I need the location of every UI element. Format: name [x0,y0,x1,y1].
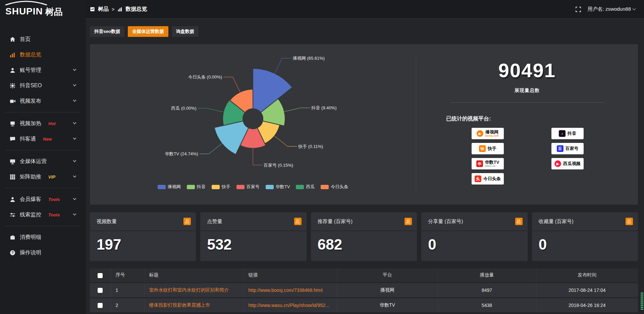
select-all-checkbox[interactable] [98,273,103,278]
row-checkbox[interactable] [98,288,103,293]
platform-grid: ▶播视网boosj.com快快手华华数TVwasu.cn头今日头条♪抖音百百家号… [472,128,638,185]
logo-text-en: SHUPIN [5,7,43,16]
sidebar-item-douyin-seo[interactable]: 抖音SEO [0,78,86,93]
sidebar-item-label: 矩阵助推 [20,173,41,180]
sidebar-item-douketong[interactable]: 抖客通New [0,131,86,147]
stat-card-4: 收藏量 (百家号)总0 [532,212,638,261]
toutiao-logo-icon: 头 [475,175,481,182]
user-icon [9,67,15,73]
platform-name: 快手 [488,146,496,151]
legend-item-6[interactable]: 今日头条 [321,184,348,190]
sidebar-item-member-baoke[interactable]: 会员爆客Tools [0,192,86,207]
sidebar-divider [5,188,80,188]
legend-item-1[interactable]: 抖音 [187,184,206,190]
column-header: 序号 [111,268,144,282]
sidebar-item-data-overview[interactable]: 数据总览 [0,47,86,62]
username-label: 用户名: zswodun88 [588,6,631,12]
sidebar-item-expense-detail[interactable]: 消费明细 [0,229,86,245]
logo-arc [4,1,48,5]
monitor-icon [9,158,15,164]
scrollbar-thumb[interactable] [641,293,643,310]
breadcrumb-root[interactable]: 树品 [98,6,109,13]
platform-text: 百家号 [566,146,579,151]
legend-item-4[interactable]: 华数TV [266,184,290,190]
sidebar-item-clue-monitor[interactable]: 线索监控Tools [0,207,86,222]
video-title-link[interactable]: 室外水纹灯和室内水纹灯的区别和简介 [149,287,229,293]
pie-label-4: 华数TV (24.74%) [165,151,198,156]
platform-badge-kuaishou: 快快手 [472,143,504,154]
legend-item-3[interactable]: 百家号 [236,184,260,190]
stat-card-1: 点赞量总532 [200,212,306,261]
sidebar-item-matrix-boost[interactable]: 矩阵助推VIP [0,169,86,185]
stat-card-value: 0 [532,231,638,253]
stat-card-value: 532 [200,231,306,253]
stat-card-value: 682 [311,231,417,253]
legend-label: 抖音 [197,184,206,190]
fullscreen-icon[interactable] [576,7,581,12]
help-icon: ? [9,250,15,256]
sidebar-item-account[interactable]: 账号管理 [0,62,86,78]
platform-badge-wasu: 华华数TVwasu.cn [472,158,504,169]
legend-label: 快手 [222,184,230,190]
topbar: 树品 > 数据总览 用户名: zswodun88 [86,0,644,19]
breadcrumb-current[interactable]: 数据总览 [125,6,147,13]
total-badge: 总 [515,218,523,225]
total-badge: 总 [405,218,412,225]
sidebar-item-label: 账号管理 [20,67,41,74]
sidebar-item-label: 抖音SEO [20,82,42,89]
chevron-down-icon [73,121,76,124]
sidebar-item-label: 全媒体运营 [20,158,47,165]
stat-card-label: 分享量 (百家号) [428,218,463,225]
chevron-down-icon [73,197,76,200]
svg-text:?: ? [11,251,13,255]
pie-label-3: 百家号 (0.15%) [264,163,293,168]
row-plays-cell: 8497 [438,282,536,298]
total-badge: 总 [183,218,191,225]
wallet-icon [9,234,15,240]
video-url-link[interactable]: http://www.boosj.com/7338468.html [249,287,323,293]
sidebar-item-video-heat[interactable]: 视频加热Hot [0,116,86,131]
video-url-link[interactable]: http://www.wasu.cn/Play/show/id/952... [249,303,329,308]
legend-item-0[interactable]: 播视网 [158,184,181,190]
tab-inquiry-data[interactable]: 询盘数据 [172,26,199,37]
legend-item-5[interactable]: 西瓜 [296,184,315,190]
pie-slice-4[interactable] [214,121,249,155]
platform-name: 百家号 [566,146,579,151]
label-line-4 [200,144,222,154]
tab-media-ops-data[interactable]: 全媒体运营数据 [128,26,168,37]
sidebar-menu: 首页数据总览账号管理抖音SEO视频发布视频加热Hot抖客通New全媒体运营矩阵助… [0,32,86,260]
platform-text: 快手 [488,146,496,151]
platform-name: 播视网 [485,130,499,135]
chart-legend: 播视网抖音快手百家号华数TV西瓜今日头条 [90,184,416,190]
sidebar-divider [5,226,80,226]
legend-item-2[interactable]: 快手 [212,184,230,190]
row-title-cell: 室外水纹灯和室内水纹灯的区别和简介 [144,282,244,298]
legend-swatch [187,185,195,189]
platform-text: 播视网boosj.com [485,130,499,137]
legend-swatch [266,185,274,189]
stat-card-head: 点赞量总 [200,212,306,231]
label-line-3 [253,148,262,165]
sidebar-item-badge: Tools [48,212,60,217]
sidebar-item-video-publish[interactable]: 视频发布 [0,93,86,109]
sidebar-item-help[interactable]: ?操作说明 [0,245,86,260]
pie-label-6: 今日头条 (0.00%) [188,74,222,80]
label-line-5 [198,108,224,112]
stat-cards-row: 视频数量总197点赞量总532推荐量 (百家号)总682分享量 (百家号)总0收… [90,212,638,261]
chevron-down-icon [73,99,76,102]
user-menu[interactable]: 用户名: zswodun88 [588,6,635,12]
grid-icon [9,174,15,180]
video-title-link[interactable]: 楼体投影灯投影效果震撼上市 [149,302,210,308]
row-published-cell: 2018-04-26 16:24 [536,298,638,313]
column-header: 链接 [244,268,337,282]
tab-douyin-seo-data[interactable]: 抖音seo数据 [90,26,124,37]
bars-icon [9,52,15,58]
label-line-6 [223,77,240,92]
app-logo: SHUPIN 树品 [0,0,86,19]
row-platform-cell: 播视网 [337,282,438,298]
stat-card-0: 视频数量总197 [90,212,196,261]
platform-name: 今日头条 [483,176,501,181]
sidebar-item-home[interactable]: 首页 [0,32,86,47]
row-checkbox[interactable] [98,303,103,308]
sidebar-item-media-ops[interactable]: 全媒体运营 [0,154,86,169]
